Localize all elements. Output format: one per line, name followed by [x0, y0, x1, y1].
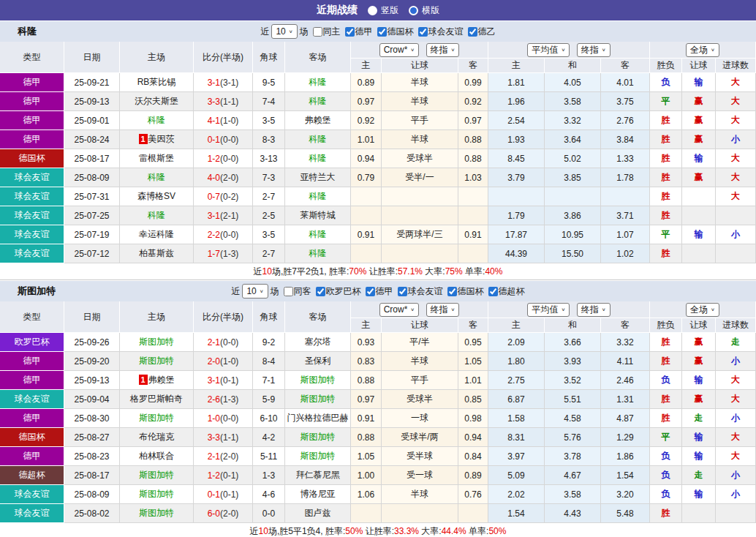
chevron-down-icon: ∨: [451, 305, 456, 315]
avg-draw-odds: 4.67: [545, 466, 601, 485]
fulltime-score: 1-2: [208, 470, 220, 481]
summary-segment: 50%: [488, 526, 506, 536]
league-filter[interactable]: 德超杯: [488, 285, 525, 298]
home-team-cell: 斯图加特: [120, 504, 194, 523]
fulltime-score: 2-6: [208, 394, 220, 405]
league-filter[interactable]: 德国杯: [377, 26, 414, 38]
final-odds-select-2[interactable]: 终指∨: [577, 43, 611, 57]
league-checkbox[interactable]: [398, 287, 407, 296]
league-checkbox[interactable]: [366, 287, 375, 296]
result-goals: 大: [716, 168, 756, 187]
fulltime-score: 4-0: [208, 173, 220, 183]
same-home-checkbox[interactable]: [313, 27, 322, 37]
score-cell: 3-1(2-1): [194, 206, 253, 225]
handicap-home-odds: 0.88: [351, 428, 382, 447]
away-team-name: 科隆: [309, 248, 327, 258]
avg-draw-odds: 5.51: [545, 390, 601, 409]
competition-type-badge: 德甲: [0, 352, 64, 371]
bookmaker-select[interactable]: Crow*∨: [379, 303, 420, 317]
league-filter[interactable]: 德甲: [366, 285, 393, 298]
corner-count: 3-13: [253, 149, 285, 168]
match-date: 25-08-23: [64, 447, 120, 466]
chevron-down-icon: ∨: [289, 26, 293, 37]
avg-home-odds: 2.09: [488, 333, 545, 352]
home-team-cell: 科隆: [120, 206, 194, 225]
away-team-cell: 斯图加特: [285, 371, 351, 390]
league-label: 德国杯: [458, 285, 484, 298]
handicap-line: 受一球: [382, 466, 458, 485]
result-handicap: 输: [682, 428, 716, 447]
league-filter[interactable]: 德乙: [468, 26, 496, 38]
result-wdl: 胜: [650, 168, 682, 187]
league-checkbox[interactable]: [418, 27, 428, 37]
competition-type-badge: 德超杯: [0, 466, 64, 485]
league-filter[interactable]: 德国杯: [447, 285, 484, 298]
league-label: 欧罗巴杯: [326, 285, 361, 298]
score-cell: 3-3(1-1): [194, 92, 253, 111]
summary-segment: 50%: [345, 526, 363, 536]
chevron-down-icon: ∨: [410, 45, 415, 55]
match-row: 球会友谊 25-08-02 斯图加特 6-0(2-0) 0-0 图卢兹 1.54…: [0, 504, 756, 523]
handicap-line: 半球: [382, 92, 458, 111]
avg-away-odds: 1.29: [601, 428, 650, 447]
halftime-score: (2-1): [220, 211, 238, 221]
fulltime-score: 1-0: [208, 413, 220, 424]
summary-segment: 40%: [485, 266, 502, 277]
bookmaker-select[interactable]: Crow*∨: [379, 43, 420, 57]
league-filter[interactable]: 德甲: [345, 26, 373, 38]
corner-count: 7-3: [253, 168, 285, 187]
summary-segment: 10: [262, 266, 272, 277]
league-checkbox[interactable]: [447, 287, 457, 296]
final-odds-select-1[interactable]: 终指∨: [426, 43, 460, 57]
same-home-filter[interactable]: 同主: [313, 26, 341, 38]
result-goals: [716, 244, 756, 263]
average-select[interactable]: 平均值∨: [527, 303, 570, 317]
average-select[interactable]: 平均值∨: [527, 43, 570, 57]
handicap-home-odds: 1.00: [351, 466, 382, 485]
league-filter[interactable]: 球会友谊: [398, 285, 443, 298]
league-checkbox[interactable]: [316, 287, 325, 296]
radio-vertical-layout[interactable]: 竖版: [368, 4, 398, 17]
same-away-filter[interactable]: 同客: [284, 285, 311, 298]
summary-segment: 44.4%: [442, 526, 466, 536]
red-card-badge: 1: [139, 375, 148, 385]
home-team-name: 斯图加特: [139, 470, 174, 480]
league-filter[interactable]: 球会友谊: [418, 26, 464, 38]
league-checkbox[interactable]: [468, 27, 477, 37]
col-home: 主场: [120, 301, 194, 333]
avg-away-odds: 1.31: [601, 390, 650, 409]
final-odds-select-2[interactable]: 终指∨: [577, 303, 611, 317]
radio-horizontal-layout[interactable]: 横版: [409, 4, 439, 17]
away-team-cell: 科隆: [285, 187, 351, 206]
recent-count-select[interactable]: 10 ∨: [271, 24, 297, 39]
away-team-name: 亚特兰大: [300, 172, 336, 182]
fulltime-score: 3-3: [208, 97, 220, 107]
score-cell: 2-0(1-0): [194, 352, 253, 371]
result-goals: 大: [716, 428, 756, 447]
away-team-cell: 科隆: [285, 244, 351, 263]
away-team-cell: 斯图加特: [285, 390, 351, 409]
home-team-cell: 雷根斯堡: [120, 149, 194, 168]
col-result-handicap: 让球: [682, 59, 716, 73]
handicap-line: 半球: [382, 73, 458, 92]
score-cell: 3-1(3-1): [194, 73, 253, 92]
league-filter[interactable]: 欧罗巴杯: [316, 285, 361, 298]
fulltime-select[interactable]: 全场∨: [686, 303, 719, 317]
handicap-home-odds: 0.92: [351, 111, 382, 130]
same-away-checkbox[interactable]: [284, 287, 293, 296]
result-wdl: 平: [650, 225, 682, 244]
radio-selected-icon[interactable]: [409, 6, 418, 15]
fulltime-select[interactable]: 全场∨: [686, 43, 719, 57]
result-goals: 大: [716, 92, 756, 111]
league-checkbox[interactable]: [377, 27, 387, 37]
final-odds-select-1[interactable]: 终指∨: [426, 303, 460, 317]
home-team-cell: 森博格SV: [120, 187, 194, 206]
radio-icon[interactable]: [368, 6, 377, 15]
summary-segment: 场,胜5平1负4, 胜率:: [268, 526, 345, 536]
match-row: 球会友谊 25-09-04 格罗巴斯帕奇 2-6(1-3) 5-9 斯图加特 0…: [0, 390, 756, 409]
recent-count-select[interactable]: 10 ∨: [242, 284, 268, 298]
league-checkbox[interactable]: [345, 27, 355, 37]
league-checkbox[interactable]: [488, 287, 498, 296]
match-row: 德甲 25-08-30 斯图加特 1-0(0-0) 6-10 门兴格拉德巴赫 0…: [0, 409, 756, 428]
result-wdl: 胜: [650, 187, 682, 206]
